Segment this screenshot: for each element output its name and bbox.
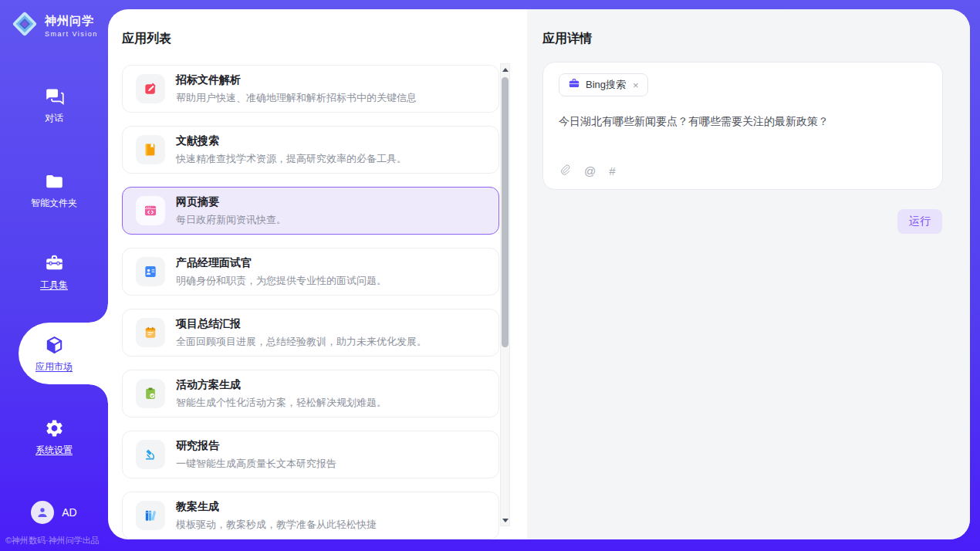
user-account[interactable]: AD — [0, 501, 108, 524]
avatar — [31, 501, 54, 524]
clipboard-check-icon — [136, 379, 165, 408]
edit-square-icon — [136, 74, 165, 103]
resume-icon — [136, 257, 165, 286]
briefcase-icon — [568, 77, 580, 93]
app-list-title: 应用列表 — [122, 31, 171, 47]
app-desc: 智能生成个性化活动方案，轻松解决规划难题。 — [176, 396, 387, 410]
copyright-footer: ©神州数码·神州问学出品 — [5, 535, 100, 546]
prompt-input[interactable]: 今日湖北有哪些新闻要点？有哪些需要关注的最新政策？ — [559, 113, 927, 129]
brand-name: 神州问学 — [45, 14, 94, 27]
list-item-research-report[interactable]: 研究报告 一键智能生成高质量长文本研究报告 — [122, 431, 499, 478]
app-title: 活动方案生成 — [176, 378, 387, 392]
list-item-literature-search[interactable]: 文献搜索 快速精准查找学术资源，提高研究效率的必备工具。 — [122, 126, 499, 174]
list-item-event-plan[interactable]: 活动方案生成 智能生成个性化活动方案，轻松解决规划难题。 — [122, 370, 499, 417]
books-icon — [136, 501, 165, 530]
list-item-lesson-plan[interactable]: 教案生成 模板驱动，教案秒成，教学准备从此轻松快捷 — [122, 492, 499, 539]
tool-chip-label: Bing搜索 — [586, 78, 626, 92]
attach-toolbar: @ # — [559, 163, 616, 179]
brand-subtitle: Smart Vision — [45, 30, 98, 38]
prompt-card: Bing搜索 × 今日湖北有哪些新闻要点？有哪些需要关注的最新政策？ @ # — [542, 62, 943, 190]
hash-icon[interactable]: # — [609, 164, 615, 177]
calendar-note-icon — [136, 318, 165, 347]
list-item-pm-interviewer[interactable]: 产品经理面试官 明确身份和职责，为您提供专业性的面试问题。 — [122, 248, 499, 296]
app-desc: 一键智能生成高质量长文本研究报告 — [176, 457, 336, 471]
main-content: 应用列表 招标文件解析 帮助用户快速、准确地理解和解析招标书中的关键信息 — [108, 9, 970, 539]
app-title: 招标文件解析 — [176, 73, 417, 87]
sidebar-item-label: 智能文件夹 — [0, 197, 108, 210]
sidebar-item-app-market[interactable]: 应用市场 — [0, 335, 108, 374]
app-title: 产品经理面试官 — [176, 256, 387, 270]
folder-icon — [0, 171, 108, 191]
sidebar-item-label: 工具集 — [0, 279, 108, 292]
scroll-up-arrow[interactable] — [501, 64, 509, 75]
list-item-project-summary[interactable]: 项目总结汇报 全面回顾项目进展，总结经验教训，助力未来优化发展。 — [122, 309, 499, 357]
list-scrollbar[interactable] — [500, 63, 510, 526]
app-title: 研究报告 — [176, 439, 336, 453]
mention-icon[interactable]: @ — [584, 164, 596, 177]
app-title: 项目总结汇报 — [176, 317, 427, 331]
app-desc: 每日政府新闻资讯快查。 — [176, 213, 286, 227]
scroll-down-arrow[interactable] — [501, 515, 509, 526]
gem-logo-icon — [11, 10, 39, 41]
sidebar-item-toolset[interactable]: 工具集 — [0, 253, 108, 292]
sidebar-item-settings[interactable]: 系统设置 — [0, 418, 108, 457]
app-desc: 明确身份和职责，为您提供专业性的面试问题。 — [176, 274, 387, 288]
brand-logo: 神州问学 Smart Vision — [11, 10, 98, 41]
app-detail-title: 应用详情 — [542, 31, 592, 47]
chip-close-icon[interactable]: × — [633, 79, 639, 91]
app-title: 网页摘要 — [176, 195, 286, 209]
sidebar-item-smart-folder[interactable]: 智能文件夹 — [0, 171, 108, 210]
browser-code-icon — [136, 196, 165, 225]
app-desc: 全面回顾项目进展，总结经验教训，助力未来优化发展。 — [176, 335, 427, 349]
app-detail-panel: 应用详情 Bing搜索 × 今日湖北有哪些新闻要点？有哪些需要关注的最新政策？ — [527, 9, 970, 539]
app-title: 教案生成 — [176, 500, 377, 514]
app-desc: 快速精准查找学术资源，提高研究效率的必备工具。 — [176, 152, 407, 166]
microscope-icon — [136, 440, 165, 469]
sidebar-item-label: 系统设置 — [0, 444, 108, 457]
app-desc: 模板驱动，教案秒成，教学准备从此轻松快捷 — [176, 518, 377, 532]
list-item-tender-analysis[interactable]: 招标文件解析 帮助用户快速、准确地理解和解析招标书中的关键信息 — [122, 65, 499, 113]
cube-icon — [0, 335, 108, 355]
toolbox-icon — [0, 253, 108, 273]
app-list: 招标文件解析 帮助用户快速、准确地理解和解析招标书中的关键信息 文献搜索 快速精… — [122, 65, 499, 539]
chat-icon — [0, 86, 108, 106]
sidebar: 神州问学 Smart Vision 对话 智能文件夹 — [0, 0, 108, 551]
app-desc: 帮助用户快速、准确地理解和解析招标书中的关键信息 — [176, 91, 417, 105]
list-item-web-summary[interactable]: 网页摘要 每日政府新闻资讯快查。 — [122, 187, 499, 235]
sidebar-item-chat[interactable]: 对话 — [0, 86, 108, 125]
sidebar-item-label: 对话 — [0, 112, 108, 125]
sidebar-item-label: 应用市场 — [0, 360, 108, 374]
app-title: 文献搜索 — [176, 134, 407, 148]
user-name: AD — [62, 506, 76, 519]
paperclip-icon[interactable] — [559, 163, 571, 179]
run-button[interactable]: 运行 — [897, 209, 942, 234]
gear-icon — [0, 418, 108, 438]
scroll-thumb[interactable] — [502, 77, 509, 347]
book-icon — [136, 135, 165, 164]
tool-chip-bing-search[interactable]: Bing搜索 × — [559, 73, 648, 96]
